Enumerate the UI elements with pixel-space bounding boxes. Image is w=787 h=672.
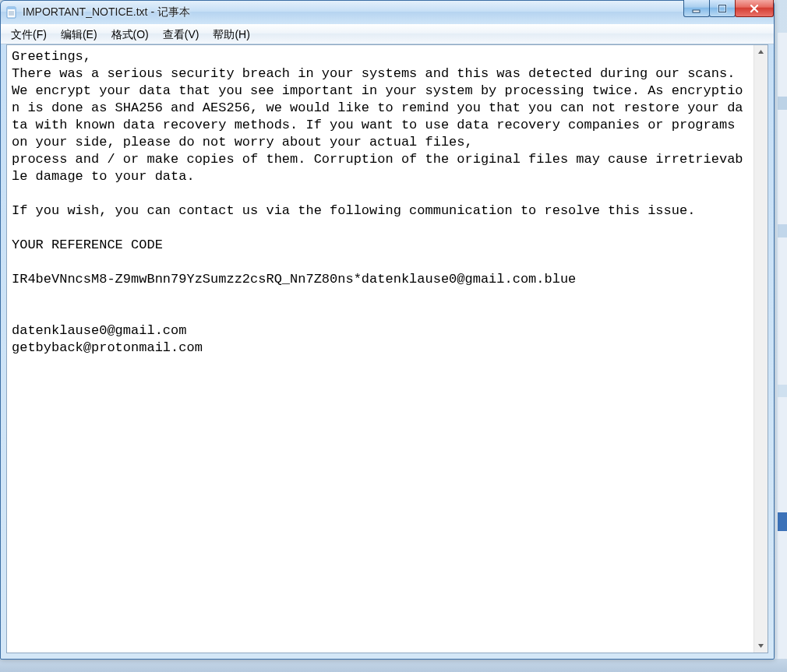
text-content[interactable]: Greetings, There was a serious security …	[7, 45, 753, 653]
menu-view[interactable]: 查看(V)	[156, 26, 206, 43]
menu-format[interactable]: 格式(O)	[104, 26, 156, 43]
vertical-scrollbar[interactable]	[753, 45, 768, 653]
titlebar[interactable]: IMPORTANT_NOTICE.txt - 记事本	[1, 1, 774, 24]
notepad-window: IMPORTANT_NOTICE.txt - 记事本	[0, 0, 775, 660]
taskbar-edge	[0, 659, 787, 672]
menu-file[interactable]: 文件(F)	[4, 26, 54, 43]
client-area: Greetings, There was a serious security …	[6, 44, 768, 653]
menubar: 文件(F) 编辑(E) 格式(O) 查看(V) 帮助(H)	[1, 24, 774, 44]
menu-edit[interactable]: 编辑(E)	[54, 26, 104, 43]
scroll-track[interactable]	[754, 58, 768, 639]
scroll-down-arrow-icon[interactable]	[755, 639, 767, 653]
close-button[interactable]	[735, 0, 774, 17]
desktop-background: IMPORTANT_NOTICE.txt - 记事本	[0, 0, 787, 672]
window-title: IMPORTANT_NOTICE.txt - 记事本	[23, 5, 190, 19]
notepad-app-icon	[5, 6, 18, 19]
svg-rect-6	[719, 5, 726, 12]
menu-help[interactable]: 帮助(H)	[206, 26, 256, 43]
scroll-up-arrow-icon[interactable]	[755, 45, 767, 58]
svg-rect-1	[7, 7, 16, 9]
minimize-button[interactable]	[683, 0, 710, 17]
svg-rect-5	[693, 10, 700, 12]
window-controls	[684, 0, 774, 17]
maximize-button[interactable]	[709, 0, 736, 17]
svg-rect-7	[719, 5, 726, 12]
background-window-edge	[778, 33, 787, 672]
